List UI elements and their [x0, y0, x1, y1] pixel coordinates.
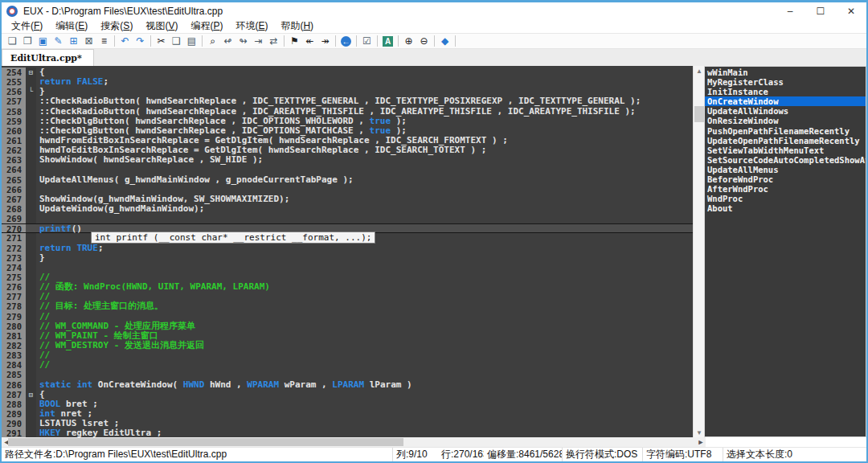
tab-editultra-cpp[interactable]: EditUltra.cpp* [2, 49, 94, 66]
line-number: 261 [2, 136, 26, 145]
menu-item-s[interactable]: 搜索(S) [94, 19, 139, 33]
code-line[interactable]: 288 BOOL bret ; [2, 399, 693, 409]
maximize-button[interactable]: ☐ [805, 2, 836, 19]
toolbar-save-all-icon[interactable]: ⊞ [66, 35, 81, 48]
menu-item-e[interactable]: 编辑(E) [49, 19, 94, 33]
app-window: EUX - D:\Program Files\EUX\test\EditUltr… [0, 0, 868, 463]
code-line[interactable]: 274 [2, 263, 693, 272]
code-text: // 目标: 处理主窗口的消息。 [36, 301, 693, 311]
toolbar-zoom-in-icon[interactable]: ⊕ [401, 35, 416, 48]
fold-column [26, 96, 36, 106]
code-line[interactable]: 291 HKEY regkey_EditUltra ; [2, 428, 693, 437]
function-list-item-setsourcecodeautocompletedshowaf[interactable]: SetSourceCodeAutoCompletedShowAf [705, 155, 866, 165]
fold-column [26, 282, 36, 292]
code-line[interactable]: 284 // [2, 360, 693, 370]
fold-marker-icon[interactable]: ⊟ [26, 390, 36, 399]
code-text: return TRUE; [36, 244, 693, 253]
editor-horizontal-scrollbar[interactable]: ◄ ► [2, 437, 706, 447]
minimize-button[interactable]: – [775, 2, 805, 19]
editor-vertical-scrollbar[interactable]: ▲ ▼ [693, 66, 704, 437]
menu-item-h[interactable]: 帮助(H) [274, 19, 320, 33]
scroll-down-icon[interactable]: ▼ [694, 428, 705, 437]
toolbar-replace-icon[interactable]: ⇄ [266, 35, 281, 48]
fold-column [26, 253, 36, 263]
code-text: BOOL bret ; [36, 399, 693, 409]
function-list-item-oncreatewindow[interactable]: OnCreateWindow [705, 96, 866, 106]
toolbar-goto-line-icon[interactable]: ⇥ [251, 35, 266, 48]
function-list-item-initinstance[interactable]: InitInstance [705, 87, 866, 96]
code-line[interactable]: 268 UpdateWindow(g_hwndMainWindow); [2, 204, 693, 214]
fold-column [26, 145, 36, 155]
toolbar-separator [455, 35, 456, 47]
code-line[interactable]: 269 [2, 214, 693, 223]
scroll-right-icon[interactable]: ► [696, 437, 706, 447]
close-button[interactable]: ✕ [836, 2, 866, 19]
function-list-item-onresizewindow[interactable]: OnResizeWindow [705, 116, 866, 125]
function-list-item-myregisterclass[interactable]: MyRegisterClass [705, 77, 866, 87]
toolbar-save-as-icon[interactable]: ✎ [51, 35, 66, 48]
toolbar-find-next-icon[interactable]: ↬ [235, 35, 251, 48]
function-list-item-afterwndproc[interactable]: AfterWndProc [705, 184, 866, 194]
toolbar-cut-icon[interactable]: ✂ [154, 35, 169, 48]
toolbar-find-icon[interactable]: ⌕ [205, 35, 220, 48]
toolbar-redo-icon[interactable]: ↷ [133, 35, 148, 48]
toolbar-find-prev-icon[interactable]: ↫ [220, 35, 235, 48]
code-text: } [36, 253, 693, 263]
line-number: 285 [2, 370, 26, 379]
menu-item-v[interactable]: 视图(V) [139, 19, 184, 33]
menu-item-e[interactable]: 环境(E) [229, 19, 274, 33]
code-line[interactable]: 265 UpdateAllMenus( g_hwndMainWindow , g… [2, 175, 693, 185]
vertical-scroll-thumb[interactable] [694, 106, 704, 122]
toolbar-paste-icon[interactable]: ▤ [184, 35, 199, 48]
line-number: 258 [2, 107, 26, 117]
toolbar-open-file-icon[interactable]: ❐ [20, 35, 35, 48]
menu-item-p[interactable]: 编程(P) [184, 19, 229, 33]
function-list-item-wndproc[interactable]: WndProc [705, 194, 866, 203]
toolbar-bookmark-icon[interactable]: ⚑ [287, 35, 302, 48]
code-line[interactable]: 255 return FALSE; [2, 77, 693, 87]
code-line[interactable]: 278 // 目标: 处理主窗口的消息。 [2, 301, 693, 311]
toolbar-zoom-out-icon[interactable]: ⊖ [416, 35, 432, 48]
toolbar-undo-icon[interactable]: ↶ [117, 35, 133, 48]
fold-column [26, 224, 36, 232]
code-line[interactable]: 272 return TRUE; [2, 244, 693, 253]
fold-column [26, 428, 36, 437]
function-list-item-setviewtabwidthmenutext[interactable]: SetViewTabWidthMenuText [705, 145, 866, 155]
code-line[interactable]: 273 } [2, 253, 693, 263]
menu-item-f[interactable]: 文件(F) [5, 19, 49, 33]
fold-marker-icon[interactable]: ⊟ [26, 68, 36, 77]
code-line[interactable]: 282 // WM_DESTROY - 发送退出消息并返回 [2, 341, 693, 350]
horizontal-scroll-thumb[interactable] [8, 438, 403, 446]
function-list-item-updateopenpathfilenamerecently[interactable]: UpdateOpenPathFilenameRecently [705, 136, 866, 145]
toolbar-close-file-icon[interactable]: ⊠ [81, 35, 96, 48]
function-list-item-beforewndproc[interactable]: BeforeWndProc [705, 174, 866, 184]
scroll-up-icon[interactable]: ▲ [694, 66, 705, 76]
function-list-item-updateallmenus[interactable]: UpdateAllMenus [705, 165, 866, 174]
toolbar-save-file-icon[interactable]: ▣ [35, 35, 51, 48]
toolbar-word-wrap-icon[interactable]: ☑ [359, 35, 375, 48]
fold-column [26, 272, 36, 282]
line-number: 264 [2, 165, 26, 174]
toolbar-next-bookmark-icon[interactable]: ↠ [317, 35, 333, 48]
line-number: 254 [2, 68, 26, 77]
code-editor[interactable]: int printf (__const char* __restrict __f… [2, 66, 693, 437]
code-line[interactable]: 263 ShowWindow( hwndSearchReplace , SW_H… [2, 155, 693, 165]
code-line[interactable]: 287⊟ { [2, 390, 693, 399]
toolbar-new-file-icon[interactable]: ❏ [5, 35, 20, 48]
toolbar-copy-icon[interactable]: ❑ [169, 35, 184, 48]
function-list-item-wwinmain[interactable]: wWinMain [705, 68, 866, 77]
toolbar-prev-bookmark-icon[interactable]: ↞ [302, 35, 317, 48]
function-list-item-about[interactable]: About [705, 203, 866, 213]
toolbar-about-icon[interactable]: ◆ [437, 35, 452, 48]
line-number: 284 [2, 360, 26, 370]
function-list-item-updateallwindows[interactable]: UpdateAllWindows [705, 106, 866, 116]
code-text [36, 214, 693, 223]
line-number: 270 [2, 224, 26, 232]
code-line[interactable]: 286 static int OnCreateWindow( HWND hWnd… [2, 380, 693, 390]
code-line[interactable]: 276 // 函数: WndProc(HWND, UINT, WPARAM, L… [2, 282, 693, 292]
toolbar-navigate-back-icon[interactable]: ← [338, 35, 354, 48]
function-list-item-pushopenpathfilenamerecently[interactable]: PushOpenPathFilenameRecently [705, 126, 866, 136]
toolbar-hex-view-icon[interactable]: ≡ [96, 35, 112, 48]
toolbar-syntax-highlight-icon[interactable]: A [380, 35, 395, 48]
code-line[interactable]: 283 // [2, 350, 693, 360]
